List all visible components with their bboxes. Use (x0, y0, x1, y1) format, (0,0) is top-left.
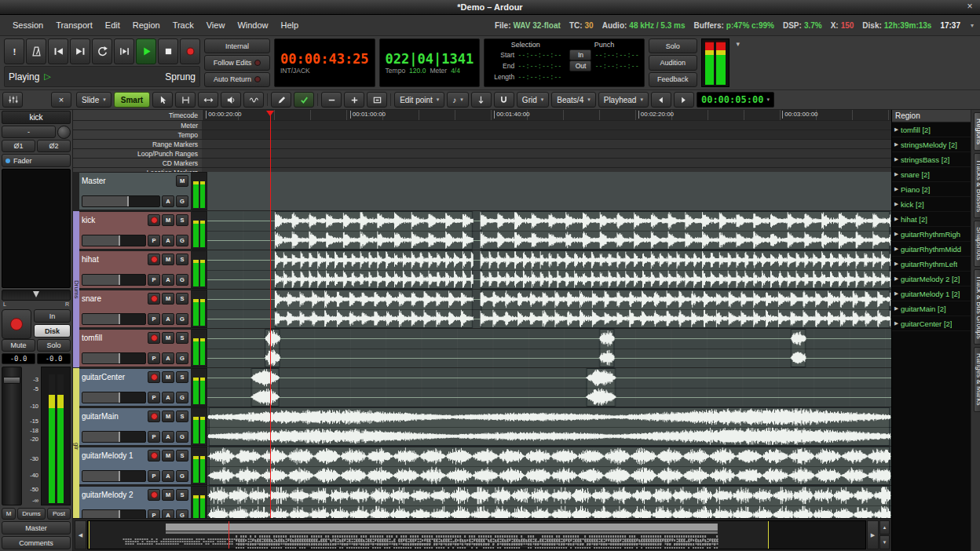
region-list-item[interactable]: ▶Piano [2] (892, 182, 971, 197)
track-solo-button[interactable]: S (176, 489, 188, 501)
zoom-in-button[interactable] (344, 92, 364, 108)
track-automation-button[interactable]: A (162, 509, 174, 518)
track-lane-guitarmelody-1[interactable] (207, 447, 891, 485)
track-record-button[interactable] (148, 411, 160, 422)
track-name-label[interactable]: tomfill (82, 334, 146, 342)
solo-button[interactable]: Solo (37, 339, 71, 352)
waveform-canvas[interactable] (207, 486, 891, 518)
track-playlist-button[interactable]: P (148, 274, 160, 286)
snap-marker-button[interactable] (471, 92, 492, 108)
region-list-item[interactable]: ▶snare [2] (892, 167, 971, 182)
object-tool-button[interactable] (152, 92, 173, 108)
track-solo-button[interactable]: S (176, 450, 188, 462)
track-header-tomfill[interactable]: tomfillMSPAG (79, 329, 192, 367)
summary-scroll-left-button[interactable]: ◀ (75, 520, 86, 549)
window-close-button[interactable]: × (964, 0, 976, 13)
track-gain-fader[interactable] (82, 392, 146, 403)
meter-value[interactable]: 4/4 (451, 67, 460, 75)
region-list-item[interactable]: ▶guitarRhythmMidd (892, 242, 971, 257)
nudge-clock[interactable]: 00:00:05:00 ▾ (697, 92, 774, 108)
audition-button[interactable]: Audition (649, 55, 697, 70)
track-automation-button[interactable]: A (162, 470, 174, 482)
punch-out-button[interactable]: Out (569, 60, 591, 71)
trim-button[interactable]: - (2, 126, 56, 138)
tracks-area[interactable]: Timecode00:00:20:0000:01:00:0000:01:40:0… (73, 110, 891, 518)
side-tab-tracks-busses[interactable]: Tracks & Busses (974, 153, 980, 218)
track-record-button[interactable] (148, 489, 160, 501)
region-list-item[interactable]: ▶stringsMelody [2] (892, 137, 971, 152)
internal-toggle-button[interactable]: Internal (204, 38, 270, 53)
region-list-item[interactable]: ▶guitarRhythmLeft (892, 257, 971, 272)
peak-display[interactable]: -0.0 (37, 353, 71, 364)
group-strip-gtr[interactable]: gtr (73, 368, 79, 518)
sidebar-close-button[interactable]: × (51, 92, 71, 108)
loop-button[interactable] (92, 38, 112, 64)
side-tab-ranges-marks[interactable]: Ranges & Marks (974, 347, 980, 412)
primary-clock-digits[interactable]: 00:00:43:25 (280, 52, 369, 67)
waveform-canvas[interactable] (207, 250, 891, 289)
region-list-item[interactable]: ▶tomfill [2] (892, 122, 971, 137)
track-record-button[interactable] (148, 371, 160, 383)
track-group-button[interactable]: G (176, 431, 188, 443)
track-header-master[interactable]: MasterMAG (79, 172, 192, 210)
track-name-label[interactable]: guitarMelody 2 (82, 491, 146, 499)
zoom-out-button[interactable] (321, 92, 342, 108)
comments-button[interactable]: Comments (2, 536, 71, 549)
expander-icon[interactable]: ▶ (894, 246, 898, 252)
track-lane-guitarcenter[interactable] (207, 368, 891, 407)
menu-region[interactable]: Region (126, 17, 166, 33)
expander-icon[interactable]: ▶ (894, 231, 898, 237)
track-mute-button[interactable]: M (162, 371, 174, 383)
track-automation-button[interactable]: A (162, 352, 174, 364)
track-record-button[interactable] (148, 293, 160, 305)
region-list-item[interactable]: ▶guitarMain [2] (892, 301, 971, 316)
expander-icon[interactable]: ▶ (894, 305, 898, 312)
waveform-canvas[interactable] (207, 368, 891, 407)
track-mute-button[interactable]: M (162, 332, 174, 344)
track-automation-button[interactable]: A (162, 274, 174, 286)
snap-mode-combo[interactable]: Grid ▾ (517, 92, 549, 108)
menu-window[interactable]: Window (231, 17, 274, 33)
track-playlist-button[interactable]: P (148, 313, 160, 325)
phase-invert-button[interactable]: Ø1 (2, 140, 35, 152)
mute-button[interactable]: Mute (2, 339, 35, 352)
primary-clock[interactable]: 00:00:43:25 INT/JACK (274, 38, 375, 87)
track-lane-hihat[interactable] (207, 250, 891, 289)
track-mute-button[interactable]: M (162, 254, 174, 265)
track-header-kick[interactable]: kickMSPAG (79, 211, 192, 250)
expander-icon[interactable]: ▶ (894, 201, 898, 207)
track-group-button[interactable]: G (176, 235, 188, 246)
chevron-down-icon[interactable]: ▾ (969, 22, 974, 29)
track-header-snare[interactable]: snareMSPAG (79, 290, 192, 328)
track-name-label[interactable]: Master (82, 177, 174, 185)
nudge-backward-button[interactable] (651, 92, 671, 108)
track-header-guitarmain[interactable]: guitarMainMSPAG (79, 407, 192, 446)
track-automation-button[interactable]: A (162, 313, 174, 325)
side-tab-snapshots[interactable]: Snapshots (974, 221, 980, 267)
secondary-clock[interactable]: 022|04|1341 Tempo 120.0 Meter 4/4 (379, 38, 481, 87)
track-gain-fader[interactable] (82, 470, 146, 482)
fader-handle[interactable] (3, 377, 20, 384)
track-playlist-button[interactable]: P (148, 509, 160, 518)
secondary-clock-digits[interactable]: 022|04|1341 (386, 52, 474, 67)
zoom-fit-button[interactable] (367, 92, 387, 108)
expander-icon[interactable]: ▶ (894, 216, 898, 222)
track-name-label[interactable]: guitarMelody 1 (82, 451, 146, 460)
play-selection-button[interactable] (114, 38, 134, 64)
waveform-canvas[interactable] (207, 172, 891, 210)
nudge-clock-digits[interactable]: 00:00:05:00 (701, 94, 763, 105)
expander-icon[interactable]: ▶ (894, 171, 898, 177)
strip-tab-drums[interactable]: Drums (17, 508, 46, 520)
track-header-guitarmelody-1[interactable]: guitarMelody 1MSPAG (79, 447, 192, 485)
track-gain-fader[interactable] (82, 235, 146, 246)
track-name-label[interactable]: guitarCenter (82, 373, 146, 381)
track-lane-master[interactable] (207, 172, 891, 210)
strip-tab-m[interactable]: M (2, 508, 16, 520)
selection-row-value[interactable]: --:--:--:-- (517, 51, 561, 59)
meter-options-caret-icon[interactable]: ▾ (733, 38, 743, 87)
region-list-item[interactable]: ▶guitarMelody 1 [2] (892, 286, 971, 301)
track-name-label[interactable]: snare (82, 294, 146, 303)
track-solo-button[interactable]: S (176, 293, 188, 305)
snap-magnet-button[interactable] (494, 92, 514, 108)
ruler-lane-timecode[interactable]: 00:00:20:0000:01:00:0000:01:40:0000:02:2… (202, 110, 891, 120)
